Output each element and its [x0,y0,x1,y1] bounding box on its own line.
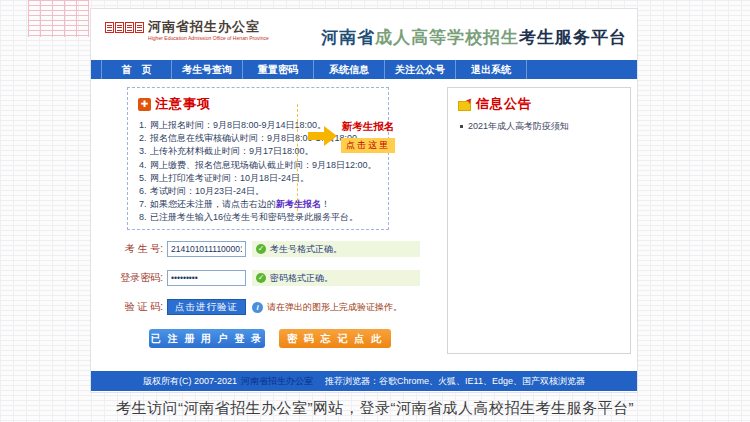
password-validation: ✓ 密码格式正确。 [252,270,420,286]
page-title: 河南省成人高等学校招生考生服务平台 [321,26,627,49]
login-button[interactable]: 已 注 册 用 户 登 录 [149,329,265,348]
header: 河南省招生办公室 Higher Education Admission Offi… [91,9,637,60]
portal-window: 河南省招生办公室 Higher Education Admission Offi… [90,8,638,393]
check-icon: ✓ [256,244,266,254]
announcements-list: 2021年成人高考防疫须知 [460,120,569,133]
notice-item: 6.考试时间：10月23日-24日。 [139,185,294,198]
exam-no-input[interactable] [167,241,246,257]
logo-name-cn: 河南省招生办公室 [148,20,279,34]
bullet-icon [460,125,463,128]
password-row: 登录密码: ✓ 密码格式正确。 [91,270,420,286]
logo-name-en: Higher Education Admission Office of Hen… [148,35,269,41]
notice-item: 5.网上打印准考证时间：10月18日-24日。 [139,172,294,185]
new-student-register-link[interactable]: 新考生报名 [341,120,395,134]
exam-no-validation: ✓ 考生号格式正确。 [252,241,420,257]
arrow-right-icon [308,126,338,146]
footer: 版权所有(C) 2007-2021 河南省招生办公室 推荐浏览器：谷歌Chrom… [91,371,637,391]
page-title-platform: 考生服务平台 [519,28,627,47]
nav-item-reset-password[interactable]: 重置密码 [243,60,314,79]
notice-plus-icon: ✚ [138,98,151,111]
notice-item: 2.报名信息在线审核确认时间：9月8日8:00-17日18:00。 [139,132,294,145]
captcha-hint: i 请在弹出的图形上完成验证操作。 [252,301,402,314]
notice-item: 7.如果您还未注册，请点击右边的新考生报名！ [139,198,294,211]
notice-list: 1.网上报名时间：9月8日8:00-9月14日18:00。 2.报名信息在线审核… [139,119,294,225]
notice-item: 1.网上报名时间：9月8日8:00-9月14日18:00。 [139,119,294,132]
nav-item-examno-query[interactable]: 考生号查询 [172,60,243,79]
password-label: 登录密码: [91,271,167,285]
browser-recommendation: 推荐浏览器：谷歌Chrome、火狐、IE11、Edge、国产双核浏览器 [325,375,585,388]
announcement-link[interactable]: 2021年成人高考防疫须知 [460,120,569,133]
nav-item-home[interactable]: 首 页 [101,60,172,79]
page-title-region: 河南省 [321,28,375,47]
notice-item: 3.上传补充材料截止时间：9月17日18:00。 [139,145,294,158]
exam-no-label: 考 生 号: [91,242,167,256]
page-title-program: 成人高等学校招生 [375,28,519,47]
password-input[interactable] [167,270,246,286]
decorative-pink-grid [28,0,89,37]
main-nav: 首 页 考生号查询 重置密码 系统信息 关注公众号 退出系统 [91,60,637,79]
captcha-row: 验 证 码: 点击进行验证 i 请在弹出的图形上完成验证操作。 [91,299,402,315]
exam-no-row: 考 生 号: ✓ 考生号格式正确。 [91,241,420,257]
logo-seal-icon [105,22,144,33]
folder-pin-icon: ➤ [458,98,472,111]
captcha-label: 验 证 码: [91,300,167,314]
captcha-verify-button[interactable]: 点击进行验证 [167,299,246,315]
info-icon: i [252,302,263,313]
notice-item: 8.已注册考生输入16位考生号和密码登录此服务平台。 [139,211,294,224]
click-here-button[interactable]: 点击这里 [341,138,395,153]
announcements-panel: ➤ 信息公告 2021年成人高考防疫须知 [447,87,631,354]
check-icon: ✓ [256,273,266,283]
site-logo[interactable]: 河南省招生办公室 Higher Education Admission Offi… [105,20,279,41]
copyright-text: 版权所有(C) 2007-2021 [143,375,237,388]
screenshot-caption: 考生访问“河南省招生办公室”网站，登录“河南省成人高校招生考生服务平台” [0,399,750,418]
notice-title: ✚ 注意事项 [138,95,211,113]
new-student-link[interactable]: 新考生报名 [276,199,321,209]
nav-item-system-info[interactable]: 系统信息 [314,60,385,79]
notice-item: 4.网上缴费、报名信息现场确认截止时间：9月18日12:00。 [139,159,294,172]
forgot-password-button[interactable]: 密 码 忘 记 点 此 重 置 [279,329,391,348]
announcements-title: ➤ 信息公告 [458,95,532,113]
dotted-divider [297,104,298,216]
nav-item-follow-account[interactable]: 关注公众号 [385,60,456,79]
notice-panel: ✚ 注意事项 1.网上报名时间：9月8日8:00-9月14日18:00。 2.报… [127,87,389,230]
nav-item-logout[interactable]: 退出系统 [456,60,527,79]
footer-office-link[interactable]: 河南省招生办公室 [241,375,313,388]
